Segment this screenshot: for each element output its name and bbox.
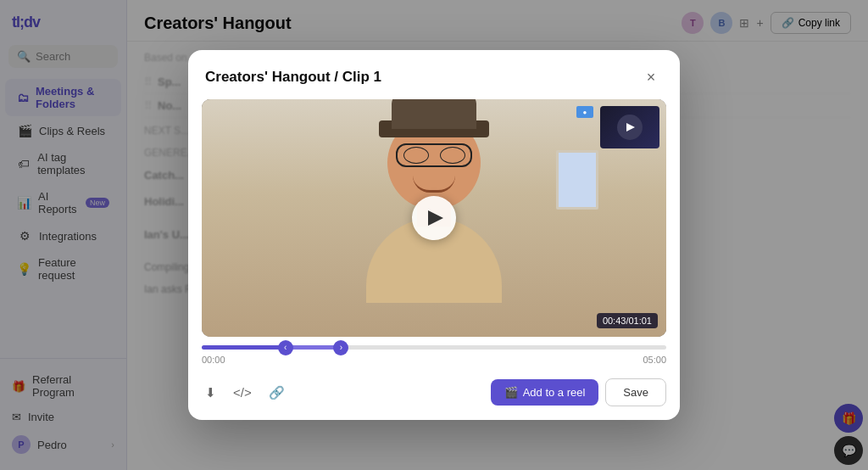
video-handle-right[interactable]: ›: [333, 340, 348, 355]
add-reel-label: Add to a reel: [523, 386, 586, 399]
video-handle-left[interactable]: ‹: [278, 340, 293, 355]
add-to-reel-button[interactable]: 🎬 Add to a reel: [491, 379, 599, 406]
progress-times: 00:00 05:00: [202, 355, 666, 365]
embed-button[interactable]: </>: [230, 382, 255, 403]
clip-modal: Creators' Hangout / Clip 1 ×: [188, 50, 680, 420]
link-icon: 🔗: [269, 385, 285, 400]
embed-icon: </>: [233, 385, 252, 400]
video-player[interactable]: ● 00:43/01:01: [202, 99, 666, 337]
modal-actions-right: 🎬 Add to a reel Save: [491, 378, 666, 406]
link-copy-button[interactable]: 🔗: [265, 382, 288, 404]
play-button[interactable]: [412, 196, 456, 240]
modal-title: Creators' Hangout / Clip 1: [205, 69, 381, 86]
modal-close-button[interactable]: ×: [639, 65, 663, 89]
video-progress-container: ‹ › 00:00 05:00: [188, 337, 680, 368]
modal-actions: ⬇ </> 🔗 🎬 Add to a reel Save: [188, 368, 680, 420]
save-button[interactable]: Save: [605, 378, 666, 406]
download-button[interactable]: ⬇: [202, 382, 220, 404]
download-icon: ⬇: [205, 385, 216, 400]
time-current: 00:00: [202, 355, 225, 365]
modal-actions-left: ⬇ </> 🔗: [202, 382, 288, 404]
video-thumbnail: [600, 106, 659, 148]
video-progress-track[interactable]: ‹ ›: [202, 345, 666, 350]
video-indicator: ●: [576, 106, 593, 118]
reel-icon: 🎬: [504, 386, 518, 399]
save-label: Save: [623, 386, 648, 399]
modal-overlay: Creators' Hangout / Clip 1 ×: [0, 0, 868, 470]
play-icon: [428, 210, 443, 226]
video-timestamp: 00:43/01:01: [597, 313, 658, 328]
time-total: 05:00: [643, 355, 666, 365]
modal-header: Creators' Hangout / Clip 1 ×: [188, 50, 680, 99]
